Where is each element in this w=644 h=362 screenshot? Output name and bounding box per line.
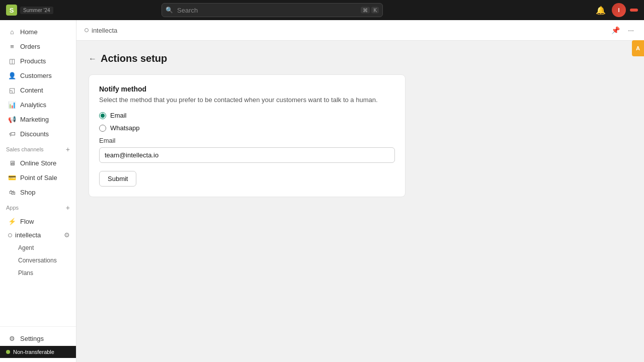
- page-content: ← Actions setup Notify method Select the…: [76, 41, 529, 209]
- intellecta-label: intellecta: [15, 231, 41, 239]
- sales-channels-header: Sales channels +: [0, 141, 76, 155]
- card-description: Select the method that you prefer to be …: [99, 96, 395, 104]
- products-icon: ◫: [8, 57, 16, 65]
- main-layout: ⌂ Home ≡ Orders ◫ Products 👤 Customers ◱…: [0, 20, 644, 362]
- right-panel-indicator[interactable]: A: [632, 40, 644, 56]
- sidebar-item-content[interactable]: ◱ Content: [2, 83, 74, 97]
- sidebar-item-flow[interactable]: ⚡ Flow: [2, 214, 74, 228]
- non-transferable-banner: Non-transferable: [0, 346, 76, 358]
- email-radio-option[interactable]: Email: [99, 112, 395, 119]
- sidebar-item-point-of-sale[interactable]: 💳 Point of Sale: [2, 170, 74, 185]
- whatsapp-radio[interactable]: [99, 125, 106, 132]
- content-header: intellecta 📌 ···: [76, 20, 644, 41]
- pin-button[interactable]: 📌: [609, 24, 622, 36]
- sidebar-item-content-label: Content: [20, 86, 43, 94]
- breadcrumb: intellecta: [85, 27, 117, 34]
- sidebar-item-orders[interactable]: ≡ Orders: [2, 39, 74, 53]
- sidebar-subitem-plans[interactable]: Plans: [2, 267, 74, 279]
- sidebar-item-settings[interactable]: ⚙ Settings: [2, 331, 74, 345]
- page-title: Actions setup: [101, 53, 167, 64]
- sidebar-subitem-agent[interactable]: Agent: [2, 242, 74, 254]
- sidebar-item-online-store-label: Online Store: [20, 159, 56, 167]
- online-store-icon: 🖥: [8, 159, 16, 167]
- sidebar-item-discounts[interactable]: 🏷 Discounts: [2, 127, 74, 141]
- store-name-badge: [630, 9, 638, 12]
- sidebar-item-marketing[interactable]: 📢 Marketing: [2, 112, 74, 126]
- search-icon: 🔍: [166, 7, 173, 14]
- flow-icon: ⚡: [8, 217, 16, 225]
- sidebar-bottom: ⚙ Settings Non-transferable: [0, 326, 76, 362]
- content-area: intellecta 📌 ··· ← Actions setup Notify …: [76, 20, 644, 362]
- settings-icon: ⚙: [8, 334, 16, 342]
- sidebar-item-customers[interactable]: 👤 Customers: [2, 68, 74, 82]
- sidebar-item-products[interactable]: ◫ Products: [2, 54, 74, 68]
- card-title: Notify method: [99, 85, 395, 93]
- sidebar-item-analytics-label: Analytics: [20, 101, 46, 109]
- more-button[interactable]: ···: [626, 24, 636, 36]
- search-input[interactable]: [162, 3, 383, 17]
- sidebar-subitem-conversations[interactable]: Conversations: [2, 254, 74, 266]
- sidebar-item-analytics[interactable]: 📊 Analytics: [2, 98, 74, 112]
- apps-add-button[interactable]: +: [66, 204, 70, 212]
- sidebar-item-customers-label: Customers: [20, 72, 52, 79]
- back-button[interactable]: ←: [89, 54, 97, 63]
- whatsapp-radio-option[interactable]: Whatsapp: [99, 124, 395, 132]
- breadcrumb-text: intellecta: [92, 27, 117, 34]
- sidebar: ⌂ Home ≡ Orders ◫ Products 👤 Customers ◱…: [0, 20, 76, 362]
- orders-icon: ≡: [8, 42, 16, 50]
- header-actions: 📌 ···: [609, 24, 636, 36]
- search-container: 🔍 ⌘ K: [162, 3, 383, 17]
- sidebar-item-orders-label: Orders: [20, 43, 40, 50]
- notify-method-card: Notify method Select the method that you…: [89, 74, 406, 197]
- shop-icon: 🛍: [8, 188, 16, 196]
- non-transferable-label: Non-transferable: [13, 349, 54, 355]
- sidebar-item-home-label: Home: [20, 28, 38, 36]
- intellecta-dot: [8, 233, 12, 237]
- content-icon: ◱: [8, 86, 16, 94]
- settings-label: Settings: [20, 335, 44, 342]
- page-title-row: ← Actions setup: [89, 53, 517, 64]
- intellecta-gear-button[interactable]: ⚙: [64, 231, 70, 239]
- email-field-label: Email: [99, 137, 395, 144]
- apps-header: Apps +: [0, 200, 76, 214]
- sidebar-item-shop-label: Shop: [20, 189, 35, 196]
- sidebar-item-home[interactable]: ⌂ Home: [2, 25, 74, 39]
- sidebar-item-shop[interactable]: 🛍 Shop: [2, 185, 74, 199]
- discounts-icon: 🏷: [8, 130, 16, 138]
- sidebar-nav: ⌂ Home ≡ Orders ◫ Products 👤 Customers ◱…: [0, 20, 76, 326]
- intellecta-left: intellecta: [8, 231, 41, 239]
- sidebar-item-point-of-sale-label: Point of Sale: [20, 174, 57, 182]
- email-field[interactable]: [99, 147, 395, 163]
- whatsapp-radio-label: Whatsapp: [110, 124, 140, 132]
- search-shortcut: ⌘ K: [361, 7, 379, 14]
- apps-label: Apps: [6, 205, 19, 211]
- sidebar-item-online-store[interactable]: 🖥 Online Store: [2, 156, 74, 170]
- sidebar-item-products-label: Products: [20, 57, 46, 65]
- sidebar-item-intellecta[interactable]: intellecta ⚙: [2, 229, 74, 241]
- shopify-logo: S Summer '24: [6, 5, 53, 16]
- avatar[interactable]: I: [612, 3, 626, 17]
- store-season-badge: Summer '24: [20, 7, 53, 14]
- topbar-right: 🔔 I: [594, 3, 638, 17]
- customers-icon: 👤: [8, 71, 16, 79]
- sidebar-item-marketing-label: Marketing: [20, 116, 49, 123]
- point-of-sale-icon: 💳: [8, 173, 16, 182]
- breadcrumb-dot: [85, 28, 89, 32]
- home-icon: ⌂: [8, 28, 16, 36]
- shopify-icon: S: [6, 5, 17, 16]
- sidebar-item-discounts-label: Discounts: [20, 130, 49, 138]
- email-radio-label: Email: [110, 112, 127, 119]
- topbar: S Summer '24 🔍 ⌘ K 🔔 I: [0, 0, 644, 20]
- sales-channels-label: Sales channels: [6, 146, 44, 152]
- marketing-icon: 📢: [8, 115, 16, 123]
- analytics-icon: 📊: [8, 101, 16, 109]
- email-radio[interactable]: [99, 112, 106, 119]
- non-transferable-dot: [6, 350, 10, 354]
- submit-button[interactable]: Submit: [99, 171, 136, 187]
- notifications-button[interactable]: 🔔: [594, 4, 608, 17]
- sidebar-item-flow-label: Flow: [20, 218, 34, 225]
- sales-channels-add-button[interactable]: +: [66, 145, 70, 153]
